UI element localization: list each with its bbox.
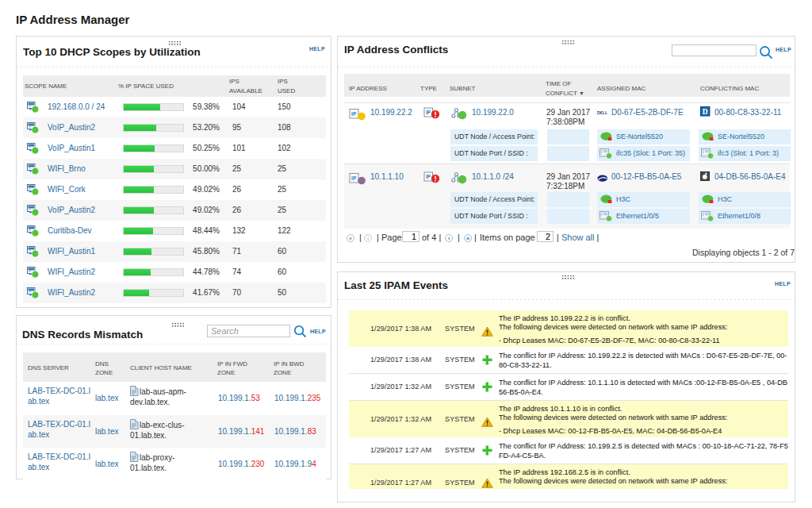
svg-text:D: D bbox=[703, 108, 708, 116]
svg-text:D€LL: D€LL bbox=[597, 110, 608, 115]
svg-text:IP: IP bbox=[426, 174, 431, 179]
svg-text:IP: IP bbox=[351, 175, 357, 181]
svg-text:IP: IP bbox=[351, 111, 357, 117]
svg-text:IP: IP bbox=[426, 110, 431, 115]
